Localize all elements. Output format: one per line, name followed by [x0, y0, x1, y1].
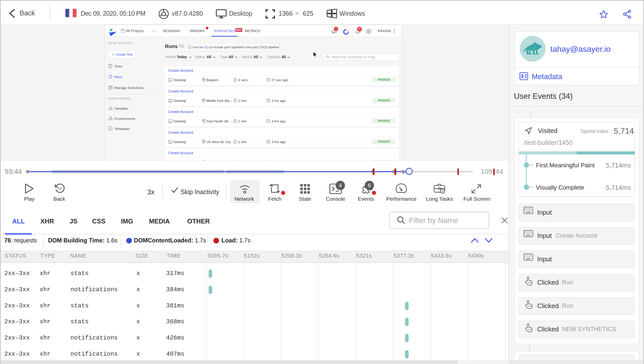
svg-text:10: 10 [58, 187, 62, 191]
